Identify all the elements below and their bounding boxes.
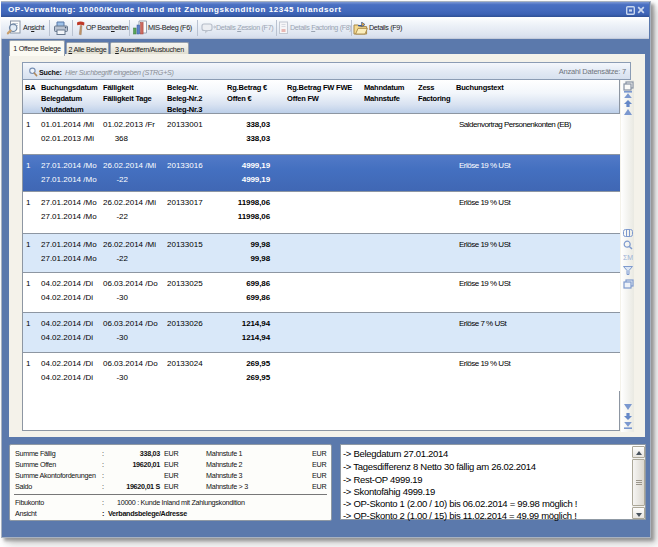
svg-text:ΣM: ΣM [623,254,633,261]
